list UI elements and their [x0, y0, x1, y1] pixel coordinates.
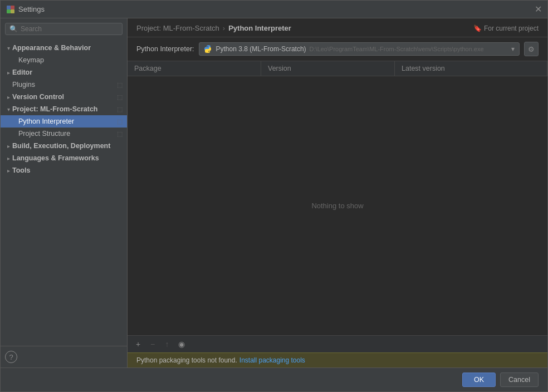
warning-message: Python packaging tools not found. [136, 356, 237, 364]
interpreter-name: Python 3.8 (ML-From-Scratch) [216, 45, 306, 53]
gear-icon: ⚙ [528, 45, 535, 53]
svg-rect-1 [11, 6, 14, 9]
content-header: Project: ML-From-Scratch › Python Interp… [128, 18, 547, 37]
interpreter-select[interactable]: Python 3.8 (ML-From-Scratch) D:\Leo\Prog… [199, 42, 520, 56]
sidebar-item-plugins[interactable]: ▸ Plugins ⬚ [1, 79, 127, 91]
install-link[interactable]: Install packaging tools [239, 356, 305, 364]
interpreter-select-content: Python 3.8 (ML-From-Scratch) D:\Leo\Prog… [204, 45, 484, 53]
chevron-right-icon: ▸ [7, 94, 10, 100]
sidebar-item-project-structure[interactable]: Project Structure ⬚ [1, 128, 127, 140]
col-latest-header: Latest version [395, 61, 547, 76]
eye-icon: ◉ [178, 340, 185, 349]
sidebar-item-label: Languages & Frameworks [12, 154, 123, 162]
main-layout: 🔍 ▾ Appearance & Behavior Keymap ▸ Edito… [1, 18, 547, 367]
svg-rect-0 [7, 6, 11, 9]
sidebar-item-label: Appearance & Behavior [12, 44, 123, 52]
svg-rect-3 [11, 9, 14, 13]
search-box[interactable]: 🔍 [5, 23, 123, 35]
chevron-down-icon: ▾ [7, 106, 10, 112]
sidebar-bottom: ? [1, 346, 127, 367]
breadcrumb-parent: Project: ML-From-Scratch [136, 24, 219, 32]
table-toolbar: + − ↑ ◉ [128, 335, 547, 352]
breadcrumb-arrow: › [223, 24, 225, 32]
sidebar-item-python-interpreter[interactable]: Python Interpreter ⬚ [1, 115, 127, 128]
settings-window: Settings ✕ 🔍 ▾ Appearance & Behavior Key… [0, 0, 548, 392]
app-icon [6, 5, 15, 14]
chevron-down-icon: ▾ [7, 45, 10, 51]
for-current-project-label: For current project [484, 24, 539, 32]
col-version-header: Version [261, 61, 395, 76]
chevron-right-icon: ▸ [7, 168, 10, 174]
python-icon [204, 45, 213, 53]
sidebar-item-appearance-behavior[interactable]: ▾ Appearance & Behavior [1, 42, 127, 54]
sidebar-item-version-control[interactable]: ▸ Version Control ⬚ [1, 91, 127, 103]
sidebar-item-build-execution[interactable]: ▸ Build, Execution, Deployment [1, 140, 127, 152]
sidebar-item-label: Python Interpreter [18, 117, 115, 125]
col-package-header: Package [128, 61, 261, 76]
package-table-area: Package Version Latest version Nothing t… [128, 61, 547, 335]
add-package-button[interactable]: + [132, 338, 144, 350]
svg-rect-2 [7, 9, 11, 13]
structure-icon: ⬚ [117, 130, 123, 138]
sidebar-item-tools[interactable]: ▸ Tools [1, 164, 127, 177]
sidebar-item-project-ml[interactable]: ▾ Project: ML-From-Scratch ⬚ [1, 103, 127, 115]
table-header: Package Version Latest version [128, 61, 547, 76]
project-icon: ⬚ [117, 106, 123, 113]
chevron-right-icon: ▸ [7, 143, 10, 149]
sidebar-item-label: Project Structure [18, 130, 115, 138]
remove-package-button[interactable]: − [146, 338, 159, 350]
chevron-right-icon: ▸ [7, 70, 10, 76]
interpreter-row: Python Interpreter: Python 3.8 (ML-From-… [128, 37, 547, 61]
sidebar-item-editor[interactable]: ▸ Editor [1, 66, 127, 79]
help-button[interactable]: ? [5, 351, 17, 363]
sidebar-item-label: Build, Execution, Deployment [12, 142, 123, 150]
breadcrumb: Project: ML-From-Scratch › Python Interp… [136, 24, 291, 32]
bookmark-icon: 🔖 [473, 24, 482, 32]
sidebar-item-label: Project: ML-From-Scratch [12, 105, 115, 113]
sidebar-item-label: Version Control [12, 93, 115, 101]
table-body: Nothing to show [128, 76, 547, 335]
title-bar-left: Settings [6, 5, 45, 14]
footer: OK Cancel [1, 367, 547, 391]
cancel-button[interactable]: Cancel [500, 373, 539, 387]
ok-button[interactable]: OK [462, 373, 496, 387]
sidebar-item-label: Tools [12, 166, 123, 174]
gear-button[interactable]: ⚙ [524, 42, 539, 56]
interpreter-icon: ⬚ [117, 118, 123, 125]
close-button[interactable]: ✕ [535, 5, 542, 14]
interpreter-path: D:\Leo\ProgramTeam\ML-From-Scratch\venv\… [310, 46, 484, 52]
sidebar-item-label: Editor [12, 68, 123, 76]
sidebar-item-keymap[interactable]: Keymap [1, 54, 127, 66]
sidebar-item-label: Keymap [18, 56, 123, 64]
upgrade-package-button[interactable]: ↑ [161, 338, 173, 350]
interpreter-label: Python Interpreter: [136, 45, 194, 53]
version-control-icon: ⬚ [117, 94, 123, 101]
search-icon: 🔍 [9, 25, 18, 33]
for-current-project: 🔖 For current project [473, 24, 539, 32]
show-details-button[interactable]: ◉ [175, 338, 188, 350]
content-area: Project: ML-From-Scratch › Python Interp… [128, 18, 547, 367]
sidebar-item-languages-frameworks[interactable]: ▸ Languages & Frameworks [1, 152, 127, 164]
title-bar: Settings ✕ [1, 1, 547, 18]
sidebar-nav: ▾ Appearance & Behavior Keymap ▸ Editor … [1, 40, 127, 346]
sidebar: 🔍 ▾ Appearance & Behavior Keymap ▸ Edito… [1, 18, 128, 367]
breadcrumb-current: Python Interpreter [228, 24, 291, 32]
warning-bar: Python packaging tools not found. Instal… [128, 352, 547, 367]
search-input[interactable] [21, 25, 118, 33]
chevron-right-icon: ▸ [7, 155, 10, 161]
empty-message: Nothing to show [311, 202, 363, 210]
plugin-icon: ⬚ [117, 81, 123, 89]
window-title: Settings [18, 5, 45, 13]
chevron-down-icon: ▾ [511, 45, 515, 53]
sidebar-item-label: Plugins [12, 81, 115, 89]
